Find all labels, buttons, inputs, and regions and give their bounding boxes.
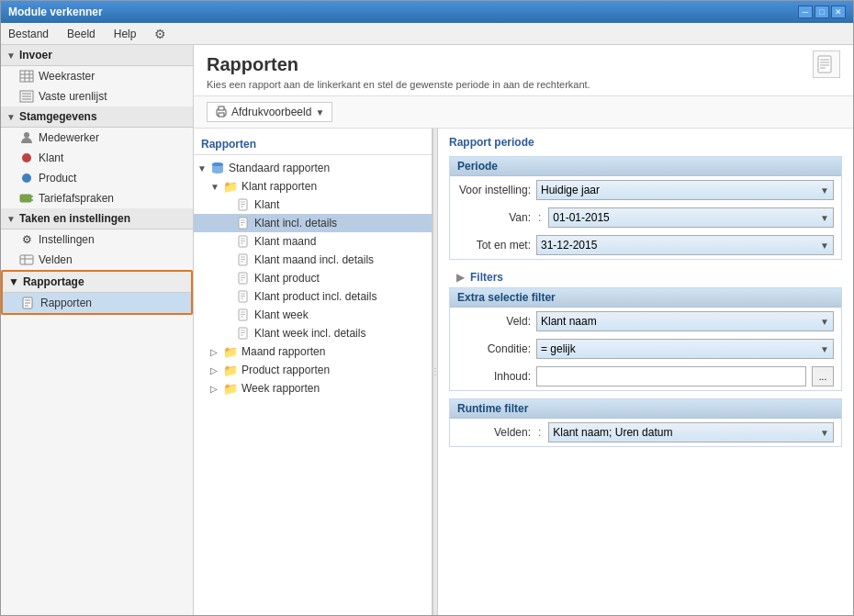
toolbar-dropdown-arrow: ▼ bbox=[315, 107, 324, 118]
rapporten-label: Rapporten bbox=[40, 297, 92, 309]
velden-value: Klant naam; Uren datum bbox=[553, 426, 672, 439]
inhoud-browse-button[interactable]: ... bbox=[812, 366, 834, 386]
rapportage-arrow: ▼ bbox=[8, 275, 19, 288]
tree-item-klant-week[interactable]: ▷ Klant week bbox=[194, 306, 432, 324]
header-icon bbox=[813, 50, 840, 78]
klant-icon bbox=[19, 151, 34, 165]
sidebar-section-invoer[interactable]: ▼ Invoer bbox=[1, 45, 193, 66]
svg-rect-22 bbox=[818, 56, 831, 73]
tree-product-label: Product rapporten bbox=[242, 364, 330, 376]
svg-rect-15 bbox=[20, 255, 33, 264]
voor-instelling-select[interactable]: Huidige jaar ▼ bbox=[536, 180, 834, 200]
tree-klant-incl-label: Klant incl. details bbox=[254, 217, 337, 230]
tariefafspraken-icon bbox=[19, 191, 34, 206]
klant-rapporten-folder-icon: 📁 bbox=[223, 179, 238, 194]
veld-value: Klant naam bbox=[541, 315, 597, 328]
van-select[interactable]: 01-01-2015 ▼ bbox=[548, 207, 834, 228]
menu-bestand[interactable]: Bestand bbox=[5, 26, 52, 42]
sidebar-item-product[interactable]: Product bbox=[1, 168, 193, 188]
reports-panel: Rapporten ▼ Standaard rapporten ▼ 📁 Klan… bbox=[194, 129, 433, 615]
print-preview-button[interactable]: Afdrukvoorbeeld ▼ bbox=[207, 102, 332, 122]
klant-week-file-icon bbox=[236, 308, 251, 322]
sidebar-item-klant[interactable]: Klant bbox=[1, 148, 193, 168]
klant-file-icon bbox=[236, 197, 251, 212]
periode-section-header: Periode bbox=[450, 157, 841, 176]
tree-klant-product-incl-label: Klant product incl. details bbox=[254, 290, 376, 303]
klant-incl-file-icon bbox=[236, 216, 251, 230]
tree-item-klant-product[interactable]: ▷ Klant product bbox=[194, 269, 432, 287]
product-label: Product bbox=[39, 172, 76, 185]
tot-en-met-label: Tot en met: bbox=[457, 239, 531, 252]
runtime-filter-header: Runtime filter bbox=[450, 399, 841, 419]
rapport-periode-header: Rapport periode bbox=[449, 136, 842, 149]
sidebar-item-tariefafspraken[interactable]: Tariefafspraken bbox=[1, 188, 193, 208]
sidebar-item-weekraster[interactable]: Weekraster bbox=[1, 66, 193, 86]
sidebar-section-rapportage-label: Rapportage bbox=[23, 275, 84, 288]
tree-item-standaard[interactable]: ▼ Standaard rapporten bbox=[194, 159, 432, 177]
klant-rapporten-arrow: ▼ bbox=[210, 182, 219, 192]
menu-beeld[interactable]: Beeld bbox=[63, 26, 99, 42]
tree-item-klant-rapporten[interactable]: ▼ 📁 Klant rapporten bbox=[194, 177, 432, 196]
reports-area: Rapporten ▼ Standaard rapporten ▼ 📁 Klan… bbox=[194, 129, 853, 615]
minimize-button[interactable]: ─ bbox=[798, 6, 813, 18]
van-arrow: ▼ bbox=[820, 213, 829, 223]
tree-item-klant-maand-incl[interactable]: ▷ Klant maand incl. details bbox=[194, 251, 432, 269]
tree-week-label: Week rapporten bbox=[242, 382, 320, 395]
tree-item-week-rapporten[interactable]: ▷ 📁 Week rapporten bbox=[194, 379, 432, 398]
main-window: Module verkenner ─ □ ✕ Bestand Beeld Hel… bbox=[0, 0, 854, 616]
sidebar-item-instellingen[interactable]: ⚙ Instellingen bbox=[1, 230, 193, 250]
tree-item-klant-week-incl[interactable]: ▷ Klant week incl. details bbox=[194, 324, 432, 342]
tot-en-met-select[interactable]: 31-12-2015 ▼ bbox=[536, 235, 834, 255]
runtime-filter-section: Runtime filter Velden: : Klant naam; Ure… bbox=[449, 398, 842, 447]
tree-item-product-rapporten[interactable]: ▷ 📁 Product rapporten bbox=[194, 361, 432, 379]
tree-item-klant-incl-details[interactable]: ▷ Klant incl. details bbox=[194, 214, 432, 232]
velden-icon bbox=[19, 252, 34, 267]
sidebar-section-taken-label: Taken en instellingen bbox=[19, 212, 130, 225]
title-bar-buttons: ─ □ ✕ bbox=[798, 6, 846, 18]
tree-item-klant-maand[interactable]: ▷ Klant maand bbox=[194, 232, 432, 251]
maximize-button[interactable]: □ bbox=[815, 6, 829, 18]
sidebar-section-taken[interactable]: ▼ Taken en instellingen bbox=[1, 208, 193, 230]
tot-en-met-arrow: ▼ bbox=[820, 241, 829, 251]
filters-divider[interactable]: ▶ Filters bbox=[449, 267, 842, 287]
tree-item-klant-product-incl[interactable]: ▷ Klant product incl. details bbox=[194, 287, 432, 306]
tree-maand-label: Maand rapporten bbox=[242, 345, 325, 358]
sidebar-item-rapporten[interactable]: Rapporten bbox=[3, 293, 191, 313]
velden-label: Velden bbox=[39, 253, 73, 266]
sidebar-section-stamgegevens[interactable]: ▼ Stamgegevens bbox=[1, 106, 193, 128]
filters-label: Filters bbox=[470, 271, 503, 284]
tree-klant-maand-incl-label: Klant maand incl. details bbox=[254, 253, 374, 266]
week-arrow: ▷ bbox=[210, 384, 219, 394]
gear-icon[interactable]: ⚙ bbox=[154, 27, 166, 41]
velden-select[interactable]: Klant naam; Uren datum ▼ bbox=[548, 422, 834, 442]
maand-folder-icon: 📁 bbox=[223, 344, 238, 359]
klant-label: Klant bbox=[39, 151, 63, 164]
svg-rect-12 bbox=[20, 195, 31, 202]
menu-help[interactable]: Help bbox=[110, 26, 140, 42]
tree-klant-label: Klant bbox=[254, 198, 279, 211]
svg-rect-29 bbox=[219, 106, 224, 110]
product-arrow: ▷ bbox=[210, 365, 219, 375]
weekraster-icon bbox=[19, 69, 34, 84]
conditie-select[interactable]: = gelijk ▼ bbox=[536, 339, 834, 359]
tree-item-klant[interactable]: ▷ Klant bbox=[194, 196, 432, 214]
veld-select[interactable]: Klant naam ▼ bbox=[536, 311, 834, 331]
tree-standaard-label: Standaard rapporten bbox=[229, 162, 330, 174]
sidebar-item-velden[interactable]: Velden bbox=[1, 250, 193, 270]
filters-dots: ▶ bbox=[456, 271, 465, 284]
sidebar-item-medewerker[interactable]: Medewerker bbox=[1, 128, 193, 148]
vaste-urenlijst-icon bbox=[19, 89, 34, 104]
tree-item-maand-rapporten[interactable]: ▷ 📁 Maand rapporten bbox=[194, 342, 432, 361]
tariefafspraken-label: Tariefafspraken bbox=[39, 192, 114, 205]
printer-icon bbox=[215, 106, 228, 118]
inhoud-label: Inhoud: bbox=[457, 370, 531, 383]
sidebar-section-rapportage[interactable]: ▼ Rapportage bbox=[3, 272, 191, 293]
standaard-arrow: ▼ bbox=[197, 163, 207, 174]
sidebar-section-rapportage-group: ▼ Rapportage Rapporten bbox=[1, 270, 193, 315]
medewerker-label: Medewerker bbox=[39, 131, 99, 144]
close-button[interactable]: ✕ bbox=[831, 6, 846, 18]
sidebar-item-vaste-urenlijst[interactable]: Vaste urenlijst bbox=[1, 86, 193, 106]
week-folder-icon: 📁 bbox=[223, 381, 238, 396]
sidebar-section-stamgegevens-label: Stamgegevens bbox=[19, 110, 97, 123]
inhoud-input[interactable] bbox=[536, 366, 806, 386]
